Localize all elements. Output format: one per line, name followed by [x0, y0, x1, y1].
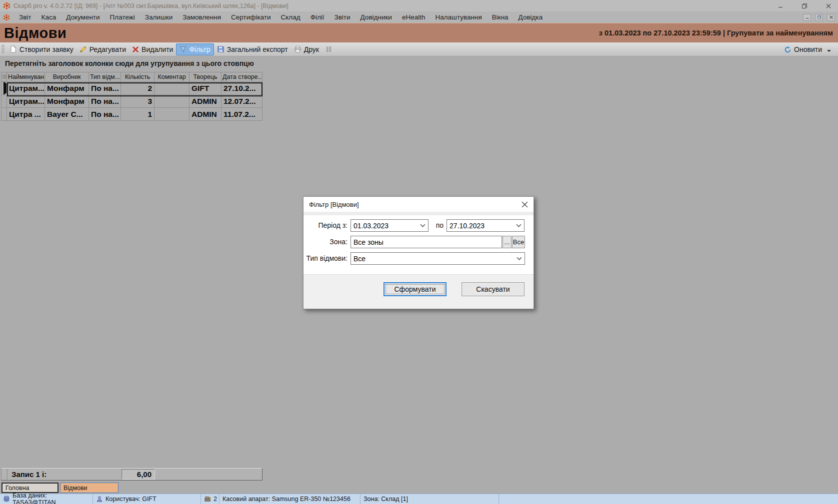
minimize-icon[interactable]: [775, 1, 786, 10]
quantity-total-cell: 6,00: [122, 469, 155, 480]
period-to-chevron-down-icon[interactable]: [516, 223, 522, 228]
menu-ehealth[interactable]: eHealth: [397, 11, 430, 23]
cash-register-icon: [204, 496, 211, 503]
column-header-comment[interactable]: Коментар: [154, 72, 190, 82]
mdi-child-logo-icon: [3, 14, 10, 21]
refusal-type-row: Тип відмови:: [304, 252, 534, 265]
tab-vidmovy[interactable]: Відмови: [60, 483, 118, 493]
toolbar: Створити заявку Редагувати Видалити Філь…: [0, 42, 838, 56]
table-row-selected[interactable]: Цитрам... Монфарм По на... 2 GIFT 27.10.…: [1, 82, 262, 95]
menu-vikna[interactable]: Вікна: [487, 11, 514, 23]
dialog-footer: Сформувати Скасувати: [304, 274, 534, 309]
grid-header-row: Найменування Виробник Тип відм... Кількі…: [1, 72, 262, 82]
period-to-input[interactable]: [446, 219, 524, 232]
menu-sklad[interactable]: Склад: [276, 11, 306, 23]
create-request-button[interactable]: Створити заявку: [6, 44, 76, 55]
menu-zvit[interactable]: Звіт: [14, 11, 36, 23]
print-button[interactable]: Друк: [291, 44, 322, 55]
period-row: Період з: по: [304, 219, 534, 232]
tab-holovna[interactable]: Головна: [2, 483, 58, 493]
menu-nalashtuvannia[interactable]: Налаштування: [430, 11, 486, 23]
grid-settings-button[interactable]: [322, 44, 336, 54]
window-titlebar: Скарб pro v. 4.0.2.72 [ІД: 969] - [Апт №…: [0, 0, 838, 11]
group-by-bar[interactable]: Перетягніть заголовок колонки сюди для у…: [0, 56, 838, 69]
mdi-restore-icon[interactable]: [815, 14, 823, 21]
submit-button[interactable]: Сформувати: [384, 282, 446, 296]
menu-filii[interactable]: Філії: [306, 11, 330, 23]
refusal-type-label: Тип відмови:: [304, 254, 348, 262]
refresh-dropdown-icon[interactable]: [827, 50, 831, 52]
menu-dokumenty[interactable]: Документи: [61, 11, 104, 23]
dialog-title: Фільтр [Відмови]: [304, 201, 359, 208]
refresh-icon: [784, 46, 792, 53]
table-row[interactable]: Цитра ... Bayer C... По на... 1 ADMIN 11…: [1, 108, 262, 121]
open-windows-tabs: Головна Відмови: [0, 483, 838, 494]
dialog-body: Період з: по Зона: ... Все Тип відмови:: [304, 215, 534, 275]
menu-kasa[interactable]: Каса: [36, 11, 62, 23]
statusbar-cash-register: Касовий апарат: Samsung ER-350 №123456: [220, 494, 360, 504]
mdi-close-icon[interactable]: [827, 14, 835, 21]
refusal-type-chevron-down-icon[interactable]: [516, 256, 522, 261]
toolbar-grip: [2, 45, 4, 54]
period-from-input[interactable]: [350, 219, 428, 232]
grid-summary-row: Запис 1 і: 6,00: [1, 468, 262, 481]
column-header-name[interactable]: Найменування: [7, 72, 45, 82]
menu-bar: Звіт Каса Документи Платежі Залишки Замо…: [0, 11, 838, 23]
period-to-label: по: [424, 221, 444, 229]
refresh-button[interactable]: Оновити: [781, 44, 834, 55]
column-header-quantity[interactable]: Кількість: [121, 72, 154, 82]
period-info-label: з 01.03.2023 по 27.10.2023 23:59:59 | Гр…: [599, 29, 838, 37]
menu-zamovlennia[interactable]: Замовлення: [178, 11, 226, 23]
filter-dialog: Фільтр [Відмови] Період з: по Зона:: [303, 196, 534, 309]
cancel-button[interactable]: Скасувати: [462, 282, 524, 296]
column-header-date-created[interactable]: Дата створе...: [222, 72, 262, 82]
statusbar-zone: Зона: Склад [1]: [360, 494, 499, 504]
dialog-titlebar: Фільтр [Відмови]: [304, 197, 534, 212]
current-row-arrow-icon: [4, 82, 7, 95]
filter-button[interactable]: Фільтр: [176, 43, 214, 55]
period-from-label: Період з:: [304, 221, 348, 229]
refusal-type-input[interactable]: [350, 252, 525, 265]
column-header-creator[interactable]: Творець: [190, 72, 222, 82]
pencil-icon: [80, 45, 87, 53]
general-export-button[interactable]: Загальний експорт: [214, 44, 291, 55]
close-icon[interactable]: [823, 1, 834, 10]
table-row[interactable]: Цитрам... Монфарм По на... 3 ADMIN 12.07…: [1, 95, 262, 108]
summary-indicator-cell: [2, 469, 8, 480]
status-bar: База даних: TASA3@TITAN Користувач: GIFT…: [0, 494, 838, 504]
menu-dovidka[interactable]: Довідка: [514, 11, 548, 23]
menu-platezhi[interactable]: Платежі: [105, 11, 140, 23]
menu-zalyshky[interactable]: Залишки: [140, 11, 178, 23]
app-logo-icon: [3, 2, 10, 9]
dialog-close-icon[interactable]: [520, 200, 528, 208]
delete-button[interactable]: Видалити: [129, 44, 176, 55]
zone-input[interactable]: [350, 236, 502, 248]
mdi-minimize-icon[interactable]: [803, 14, 811, 21]
delete-x-icon: [132, 46, 139, 53]
new-document-icon: [10, 45, 17, 53]
filter-funnel-icon: [180, 46, 186, 53]
zone-browse-button[interactable]: ...: [502, 236, 512, 248]
zone-row: Зона: ... Все: [304, 236, 534, 248]
export-floppy-icon: [217, 45, 224, 53]
zone-all-button[interactable]: Все: [512, 236, 525, 248]
statusbar-user: Користувач: GIFT: [93, 494, 201, 504]
refusals-grid: Найменування Виробник Тип відм... Кількі…: [1, 72, 262, 121]
column-header-refusal-type[interactable]: Тип відм...: [89, 72, 121, 82]
statusbar-empty: [499, 494, 838, 504]
restore-icon[interactable]: [799, 1, 810, 10]
zone-label: Зона:: [304, 238, 348, 246]
row-indicator-header: [1, 72, 7, 82]
row-selector-cell: [1, 95, 7, 108]
database-icon: [3, 496, 10, 503]
menu-dovidnyky[interactable]: Довідники: [356, 11, 397, 23]
record-count-label: Запис 1 і:: [12, 470, 46, 479]
edit-button[interactable]: Редагувати: [76, 44, 129, 55]
page-title: Відмови: [0, 25, 66, 41]
column-header-manufacturer[interactable]: Виробник: [45, 72, 89, 82]
menu-sertyfikaty[interactable]: Сертифікати: [226, 11, 276, 23]
row-selector-cell: [1, 108, 7, 121]
row-selector-cell: [1, 82, 7, 95]
page-header: Відмови з 01.03.2023 по 27.10.2023 23:59…: [0, 23, 838, 42]
menu-zvity[interactable]: Звіти: [330, 11, 356, 23]
